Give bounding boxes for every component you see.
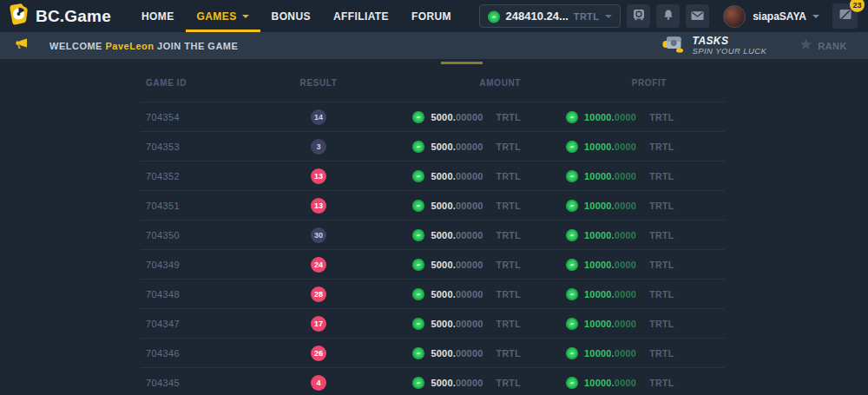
amount-cell: 5000.00000 TRTL — [375, 377, 566, 389]
chat-unread-badge: 23 — [850, 0, 865, 12]
amount-cell: 5000.00000 TRTL — [375, 259, 566, 271]
profit-cell: 10000.0000 TRTL — [566, 288, 733, 300]
result-badge: 13 — [311, 168, 326, 184]
game-id-cell: 704348 — [141, 289, 262, 300]
table-row[interactable]: 704346 26 5000.00000 TRTL 10000.0000 TRT… — [141, 339, 725, 368]
welcome-message: WELCOME PaveLeon JOIN THE GAME — [49, 41, 238, 51]
result-badge: 17 — [311, 316, 326, 332]
amount-currency: TRTL — [496, 289, 521, 300]
active-tab-indicator[interactable] — [441, 62, 483, 64]
amount-cell: 5000.00000 TRTL — [375, 347, 566, 359]
amount-value: 5000.00000 — [431, 289, 483, 300]
turtlecoin-icon — [566, 111, 578, 123]
amount-value: 5000.00000 — [431, 230, 483, 240]
turtlecoin-icon — [566, 318, 578, 330]
username: siapaSAYA — [753, 10, 806, 23]
profit-value: 10000.0000 — [584, 289, 636, 300]
game-id-cell: 704345 — [141, 378, 262, 388]
table-row[interactable]: 704351 13 5000.00000 TRTL 10000.0000 TRT… — [141, 191, 725, 221]
profit-value: 10000.0000 — [584, 230, 636, 240]
result-badge: 30 — [311, 227, 326, 243]
profit-currency: TRTL — [649, 319, 674, 329]
turtlecoin-icon — [566, 229, 578, 241]
game-id-cell: 704350 — [141, 230, 262, 240]
user-menu[interactable]: siapaSAYA — [723, 5, 819, 28]
avatar — [723, 5, 746, 28]
profit-currency: TRTL — [649, 230, 674, 240]
chevron-down-icon — [605, 15, 612, 18]
profit-cell: 10000.0000 TRTL — [566, 170, 733, 182]
turtlecoin-icon — [412, 111, 424, 123]
profit-value: 10000.0000 — [584, 112, 636, 122]
result-cell: 26 — [262, 346, 375, 361]
turtlecoin-icon — [412, 141, 424, 153]
nav-item-home[interactable]: HOME — [130, 0, 186, 32]
tasks-title: TASKS — [693, 36, 767, 46]
turtlecoin-icon — [412, 377, 424, 389]
result-cell: 17 — [262, 316, 375, 332]
tasks-widget[interactable]: TASKS SPIN YOUR LUCK — [662, 35, 767, 56]
table-row[interactable]: 704353 3 5000.00000 TRTL 10000.0000 TRTL — [141, 132, 725, 161]
chat-icon — [838, 8, 852, 24]
profit-cell: 10000.0000 TRTL — [566, 200, 733, 212]
amount-currency: TRTL — [496, 171, 521, 181]
game-id-cell: 704352 — [141, 171, 262, 181]
game-id-cell: 704351 — [141, 201, 262, 211]
turtlecoin-icon — [412, 200, 424, 212]
chat-button[interactable]: 23 — [832, 3, 858, 29]
amount-currency: TRTL — [496, 378, 521, 388]
chevron-down-icon — [242, 15, 249, 18]
table-header: GAME ID RESULT AMOUNT PROFIT — [141, 64, 725, 102]
profit-value: 10000.0000 — [584, 319, 636, 329]
result-cell: 4 — [262, 375, 375, 391]
table-body: 704354 14 5000.00000 TRTL 10000.0000 TRT… — [141, 102, 725, 395]
game-id-cell: 704346 — [141, 348, 262, 359]
nav-item-forum[interactable]: FORUM — [400, 0, 463, 32]
notifications-button[interactable] — [656, 4, 680, 28]
result-badge: 3 — [311, 139, 326, 155]
header-profit: PROFIT — [566, 78, 725, 88]
turtlecoin-icon — [412, 318, 424, 330]
result-badge: 24 — [311, 257, 326, 273]
result-cell: 3 — [262, 139, 375, 155]
chevron-down-icon — [812, 15, 819, 18]
result-cell: 14 — [262, 109, 375, 125]
result-badge: 14 — [311, 109, 326, 125]
announcement-banner: WELCOME PaveLeon JOIN THE GAME TASKS SPI… — [0, 32, 868, 59]
profit-value: 10000.0000 — [584, 201, 636, 211]
header-game-id: GAME ID — [141, 78, 262, 88]
game-id-cell: 704354 — [141, 112, 262, 122]
profit-currency: TRTL — [649, 348, 674, 359]
table-row[interactable]: 704354 14 5000.00000 TRTL 10000.0000 TRT… — [141, 102, 725, 132]
table-row[interactable]: 704352 13 5000.00000 TRTL 10000.0000 TRT… — [141, 161, 725, 191]
nav-item-affiliate[interactable]: AFFILIATE — [322, 0, 400, 32]
header-result: RESULT — [262, 78, 375, 88]
profit-cell: 10000.0000 TRTL — [566, 141, 733, 153]
balance-selector[interactable]: 248410.24... TRTL — [479, 4, 621, 28]
amount-value: 5000.00000 — [431, 171, 483, 181]
rank-widget[interactable]: RANK — [799, 38, 847, 54]
nav-item-games[interactable]: GAMES — [186, 0, 260, 32]
result-cell: 30 — [262, 227, 375, 243]
turtlecoin-icon — [566, 141, 578, 153]
turtlecoin-icon — [566, 170, 578, 182]
table-row[interactable]: 704347 17 5000.00000 TRTL 10000.0000 TRT… — [141, 309, 725, 339]
messages-button[interactable] — [686, 4, 709, 28]
table-row[interactable]: 704350 30 5000.00000 TRTL 10000.0000 TRT… — [141, 221, 725, 250]
profit-currency: TRTL — [649, 112, 674, 122]
turtlecoin-icon — [412, 170, 424, 182]
amount-cell: 5000.00000 TRTL — [375, 229, 566, 241]
vault-button[interactable] — [627, 4, 650, 28]
nav-item-bonus[interactable]: BONUS — [260, 0, 322, 32]
table-row[interactable]: 704345 4 5000.00000 TRTL 10000.0000 TRTL — [141, 368, 725, 395]
profit-cell: 10000.0000 TRTL — [566, 347, 733, 359]
brand-logo[interactable]: BC.Game — [9, 3, 111, 29]
amount-value: 5000.00000 — [431, 348, 483, 359]
profit-cell: 10000.0000 TRTL — [566, 111, 733, 123]
amount-cell: 5000.00000 TRTL — [375, 141, 566, 153]
table-row[interactable]: 704348 28 5000.00000 TRTL 10000.0000 TRT… — [141, 280, 725, 309]
table-row[interactable]: 704349 24 5000.00000 TRTL 10000.0000 TRT… — [141, 250, 725, 280]
profit-currency: TRTL — [649, 260, 674, 270]
profit-value: 10000.0000 — [584, 260, 636, 270]
main-nav: HOME GAMES BONUS AFFILIATE FORUM — [130, 0, 463, 32]
